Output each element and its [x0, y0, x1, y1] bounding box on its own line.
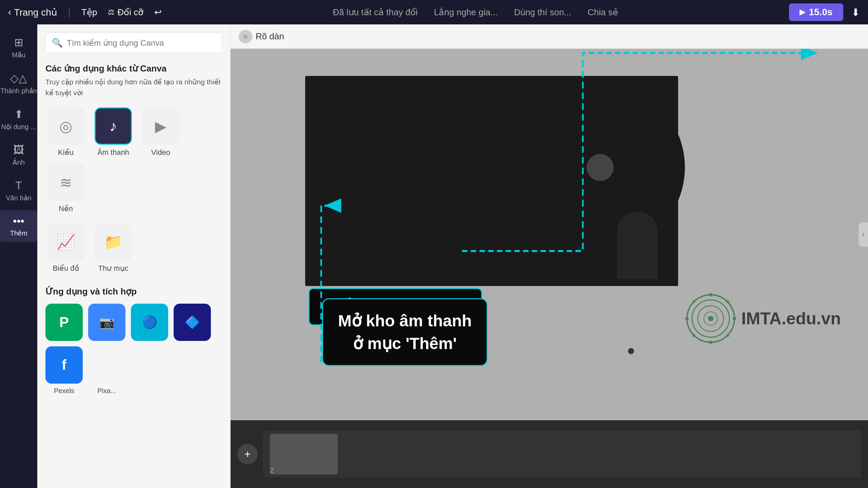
- nav-saved: Đã lưu tất cả thay đổi: [333, 7, 417, 18]
- integration-labels: Pexels Pixa...: [45, 387, 222, 395]
- app-item-am-thanh[interactable]: ♪ Âm thanh: [93, 107, 134, 157]
- search-icon: 🔍: [52, 38, 63, 48]
- svg-point-14: [692, 300, 695, 303]
- collapse-icon: ‹: [862, 230, 864, 239]
- integration-4[interactable]: 🔷: [174, 304, 211, 341]
- imta-watermark: IMTA.edu.vn: [684, 291, 841, 346]
- image-icon: 🖼: [13, 144, 24, 156]
- bieu-do-app-icon: 📈: [47, 223, 84, 261]
- sidebar-label-van-ban: Văn bản: [6, 194, 31, 202]
- canvas-area: ○ Rõ dàn Thời lượng video Mở kho: [231, 24, 868, 488]
- kieu-label: Kiểu: [58, 148, 74, 157]
- home-label[interactable]: Trang chủ: [14, 7, 57, 18]
- sidebar-label-anh: Ảnh: [13, 158, 25, 166]
- integration-3[interactable]: 🔵: [131, 304, 168, 341]
- app-item-video[interactable]: ▶ Video: [140, 107, 181, 157]
- sidebar-label-them: Thêm: [10, 229, 27, 237]
- video-preview[interactable]: [305, 76, 678, 286]
- search-input[interactable]: [67, 38, 216, 48]
- person-silhouette: [617, 211, 658, 279]
- tooltip-audio-line2: ở mục 'Thêm': [353, 334, 457, 352]
- svg-point-11: [726, 300, 729, 303]
- thu-muc-label: Thư mục: [98, 264, 128, 273]
- app-grid-row1: ◎ Kiểu ♪ Âm thanh ▶ Video ≋ Nền: [45, 107, 222, 213]
- grid-icon: ⊞: [14, 36, 23, 49]
- add-icon: +: [244, 448, 251, 461]
- app-item-thu-muc[interactable]: 📁 Thư mục: [93, 223, 134, 273]
- timeline-thumb: [270, 434, 338, 474]
- text-icon: T: [15, 179, 22, 192]
- download-button[interactable]: ⬇: [851, 6, 860, 18]
- imta-text: IMTA.edu.vn: [741, 309, 841, 328]
- clarify-icon: ○: [239, 30, 252, 43]
- nav-listen[interactable]: Lắng nghe gia...: [434, 7, 498, 18]
- sidebar-label-mau: Mẫu: [12, 51, 25, 59]
- svg-point-7: [709, 293, 712, 297]
- nav-resize[interactable]: ⚖ Đổi cỡ: [108, 7, 143, 18]
- svg-point-6: [708, 316, 713, 321]
- svg-point-9: [709, 341, 712, 344]
- canvas-background: Thời lượng video Mở kho âm thanh ở mục '…: [231, 49, 868, 420]
- bieu-do-label: Biểu đồ: [53, 264, 79, 273]
- nav-back-button[interactable]: ‹ Trang chủ: [8, 7, 57, 18]
- nav-use-template[interactable]: Dùng thí son...: [514, 7, 571, 18]
- section1-subtitle: Truy cập nhiều nội dung hơn nữa để tạo r…: [45, 77, 222, 98]
- play-icon: ▶: [800, 8, 805, 17]
- am-thanh-app-icon: ♪: [95, 107, 132, 145]
- section-canva-apps: Các ứng dụng khác từ Canva Truy cập nhiề…: [45, 63, 222, 98]
- resize-label: Đổi cỡ: [117, 7, 143, 18]
- video-app-icon: ▶: [142, 107, 179, 145]
- timeline-add-button[interactable]: +: [237, 444, 258, 464]
- app-item-nen[interactable]: ≋ Nền: [45, 164, 86, 213]
- sidebar-item-noi-dung[interactable]: ⬆ Nội dung ...: [0, 103, 37, 136]
- sidebar-item-them[interactable]: ••• Thêm: [0, 210, 37, 242]
- collapse-handle[interactable]: ‹: [859, 222, 868, 247]
- nav-share[interactable]: Chia sẻ: [588, 7, 618, 18]
- video-label: Video: [151, 148, 170, 157]
- sidebar-item-van-ban[interactable]: T Văn bản: [0, 175, 37, 207]
- nav-right-area: ▶ 15.0s ⬇: [789, 3, 860, 21]
- vinyl-record: [515, 83, 685, 252]
- sidebar-label-thanh-phan: Thành phần: [0, 87, 37, 95]
- integration-facebook[interactable]: f: [45, 346, 83, 384]
- am-thanh-label: Âm thanh: [97, 148, 129, 157]
- int4-icon: 🔷: [185, 315, 200, 329]
- resize-icon: ⚖: [108, 8, 115, 17]
- upload-icon: ⬆: [14, 108, 23, 121]
- sidebar-item-thanh-phan[interactable]: ◇△ Thành phần: [0, 67, 37, 100]
- pexels-label: Pexels: [45, 387, 83, 395]
- search-bar[interactable]: 🔍: [45, 33, 222, 53]
- undo-icon: ↩: [154, 7, 162, 18]
- left-panel: 🔍 Các ứng dụng khác từ Canva Truy cập nh…: [37, 24, 231, 488]
- nav-file[interactable]: Tệp: [81, 7, 97, 18]
- integration-pexels[interactable]: P: [45, 304, 83, 341]
- thu-muc-app-icon: 📁: [95, 223, 132, 261]
- svg-point-8: [733, 317, 736, 320]
- app-grid-row2: 📈 Biểu đồ 📁 Thư mục: [45, 223, 222, 273]
- nav-undo[interactable]: ↩: [154, 7, 162, 18]
- app-item-bieu-do[interactable]: 📈 Biểu đồ: [45, 223, 86, 273]
- clarify-label: Rõ dàn: [256, 31, 284, 42]
- sidebar-label-noi-dung: Nội dung ...: [1, 123, 36, 131]
- section1-title: Các ứng dụng khác từ Canva: [45, 63, 222, 74]
- integration-pixabay[interactable]: 📷: [88, 304, 125, 341]
- svg-point-13: [692, 334, 695, 337]
- timer-value: 15.0s: [809, 7, 832, 18]
- timeline-track[interactable]: 2: [263, 430, 861, 478]
- timeline-slide-number: 2: [270, 467, 274, 474]
- timeline-area: + 2: [231, 420, 868, 488]
- pixabay-icon: 📷: [99, 315, 115, 329]
- svg-point-10: [685, 317, 689, 320]
- section-integrations: Ứng dụng và tích hợp: [45, 286, 222, 297]
- app-item-kieu[interactable]: ◎ Kiểu: [45, 107, 86, 157]
- sidebar-item-anh[interactable]: 🖼 Ảnh: [0, 139, 37, 171]
- sidebar-icons: ⊞ Mẫu ◇△ Thành phần ⬆ Nội dung ... 🖼 Ảnh…: [0, 24, 37, 488]
- play-timer-button[interactable]: ▶ 15.0s: [789, 3, 843, 21]
- slide-dot-active: [628, 348, 634, 354]
- sidebar-item-mau[interactable]: ⊞ Mẫu: [0, 31, 37, 64]
- canvas-top-bar: ○ Rõ dàn: [231, 24, 868, 49]
- section2-title: Ứng dụng và tích hợp: [45, 286, 222, 297]
- more-icon: •••: [13, 215, 24, 227]
- slide-indicator-dot: [628, 348, 634, 354]
- pexels-icon: P: [59, 314, 69, 330]
